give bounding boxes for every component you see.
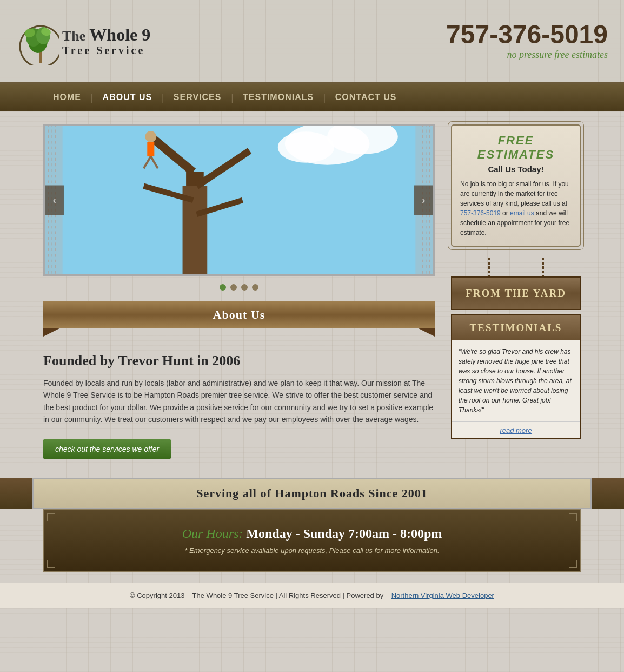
yard-sign: FROM THE YARD: [451, 276, 581, 310]
about-us-banner-wrap: About Us: [43, 301, 435, 337]
footer: © Copyright 2013 – The Whole 9 Tree Serv…: [0, 583, 624, 608]
slider-image: [45, 126, 433, 274]
svg-point-10: [278, 131, 334, 162]
copyright-text: © Copyright 2013 – The Whole 9 Tree Serv…: [130, 591, 389, 599]
yard-sign-wrap: FROM THE YARD: [451, 258, 581, 310]
about-body: Founded by locals and run by locals (lab…: [43, 377, 435, 426]
free-estimates-text: No job is too big or small for us. If yo…: [460, 179, 572, 238]
phone-number[interactable]: 757-376-5019: [446, 22, 608, 48]
nav-bar: HOME | ABOUT US | SERVICES | TESTIMONIAL…: [0, 84, 624, 111]
slider: ‹: [43, 124, 435, 276]
left-column: ‹: [43, 124, 435, 459]
nav-contact[interactable]: CONTACT US: [326, 93, 407, 102]
dot-1[interactable]: [220, 284, 226, 291]
corner-tr: [569, 513, 577, 521]
free-estimates-box: FREE ESTIMATES Call Us Today! No job is …: [451, 124, 581, 247]
nav-testimonials[interactable]: TESTIMONIALS: [233, 93, 323, 102]
testimonials-title: TESTIMONIALS: [452, 315, 580, 340]
corner-tl: [47, 513, 55, 521]
nav-services[interactable]: SERVICES: [164, 93, 231, 102]
bottom-left-fill: [0, 478, 32, 509]
bottom-section: Serving all of Hampton Roads Since 2001 …: [0, 478, 624, 572]
ribbon-right: [419, 328, 435, 337]
svg-point-17: [145, 131, 156, 142]
dot-4[interactable]: [252, 284, 258, 291]
hours-label: Our Hours:: [182, 526, 243, 541]
right-column: FREE ESTIMATES Call Us Today! No job is …: [451, 124, 581, 459]
corner-bl: [47, 560, 55, 568]
emergency-text: * Emergency service available upon reque…: [61, 546, 563, 555]
services-button[interactable]: check out the services we offer: [43, 439, 171, 459]
about-content: Founded by Trevor Hunt in 2006 Founded b…: [43, 353, 435, 459]
svg-rect-18: [147, 142, 154, 156]
chain-left: [488, 258, 490, 276]
phone-area: 757-376-5019 no pressure free estimates: [446, 22, 608, 61]
serving-banner-wrap: Serving all of Hampton Roads Since 2001: [32, 478, 592, 509]
slider-next-button[interactable]: ›: [414, 186, 433, 215]
free-estimates-phone-link[interactable]: 757-376-5019: [460, 209, 501, 217]
nav-home[interactable]: HOME: [43, 93, 91, 102]
main-content: ‹: [0, 111, 624, 472]
about-heading: Founded by Trevor Hunt in 2006: [43, 353, 435, 369]
chains: [451, 258, 581, 276]
header: The Whole 9 Tree Service 757-376-5019 no…: [0, 0, 624, 84]
footer-link[interactable]: Northern Virginia Web Developer: [391, 591, 494, 599]
about-us-banner: About Us: [43, 301, 435, 328]
svg-rect-1: [39, 52, 42, 63]
logo-area: The Whole 9 Tree Service: [16, 17, 150, 65]
testimonials-quote: "We're so glad Trevor and his crew has s…: [452, 340, 580, 421]
nav-about[interactable]: ABOUT US: [93, 93, 162, 102]
logo-icon: [16, 17, 59, 65]
hours-box: Our Hours: Monday - Sunday 7:00am - 8:00…: [43, 509, 581, 572]
testimonials-box: TESTIMONIALS "We're so glad Trevor and h…: [451, 314, 581, 439]
chain-right: [542, 258, 544, 276]
our-hours-line: Our Hours: Monday - Sunday 7:00am - 8:00…: [61, 526, 563, 541]
slider-dots: [43, 284, 435, 291]
free-estimates-email-link[interactable]: email us: [510, 209, 534, 217]
dot-2[interactable]: [230, 284, 237, 291]
free-estimates-subtitle: Call Us Today!: [460, 164, 572, 174]
phone-tagline: no pressure free estimates: [446, 49, 608, 61]
slider-prev-button[interactable]: ‹: [45, 186, 64, 215]
logo-text: The Whole 9 Tree Service: [62, 25, 150, 57]
hours-value: Monday - Sunday 7:00am - 8:00pm: [246, 526, 442, 541]
corner-br: [569, 560, 577, 568]
free-estimates-title: FREE ESTIMATES: [460, 134, 572, 162]
read-more-link[interactable]: read more: [500, 426, 532, 434]
dot-3[interactable]: [241, 284, 248, 291]
read-more-wrap: read more: [452, 421, 580, 438]
ribbon-left: [43, 328, 59, 337]
serving-banner: Serving all of Hampton Roads Since 2001: [32, 478, 592, 509]
bottom-right-fill: [592, 478, 624, 509]
